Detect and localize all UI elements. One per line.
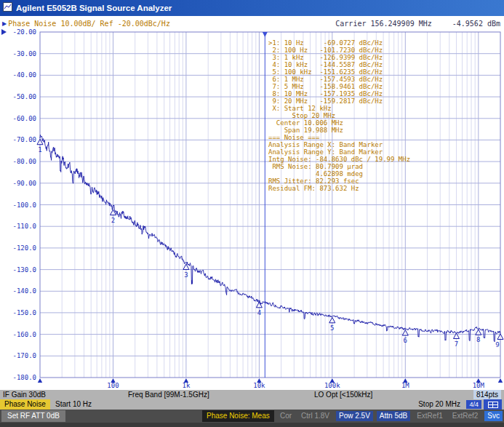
- freq-band-status: Freq Band [99M-1.5GHz]: [128, 391, 209, 399]
- points-count: 814pts: [473, 390, 501, 399]
- if-gain-status: IF Gain 30dB: [3, 391, 46, 399]
- trace-active-icon: ▶: [2, 20, 7, 27]
- indicator-cor: Cor: [277, 411, 295, 421]
- four-pane-grid-icon: [488, 402, 498, 408]
- instrument-screen: Agilent E5052B Signal Source Analyzer ▶ …: [0, 0, 504, 427]
- hardware-indicators: CorCtrl 1.8VPow 2.5VAttn 5dBExtRef1ExtRe…: [277, 410, 503, 422]
- status-row-system: Set RF ATT 0dB Phase Noise: Meas CorCtrl…: [0, 410, 504, 423]
- measurement-status: Phase Noise: Meas: [202, 410, 274, 422]
- display-area: [0, 16, 504, 390]
- indicator-extref1: ExtRef1: [414, 411, 446, 421]
- status-row-measurement: IF Gain 30dB Freq Band [99M-1.5GHz] LO O…: [0, 390, 504, 399]
- carrier-frequency: Carrier 156.249909 MHz: [335, 20, 431, 28]
- window-layout-icon[interactable]: [484, 399, 502, 410]
- indicator-svc: Svc: [484, 411, 503, 421]
- trace-scale-label[interactable]: Phase Noise 10.00dB/ Ref -20.00dBc/Hz: [8, 20, 170, 28]
- softkey-message: Set RF ATT 0dB: [1, 410, 65, 422]
- carrier-power: -4.9562 dBm: [452, 20, 500, 28]
- app-icon: [3, 1, 12, 15]
- lo-opt-status: LO Opt [<150kHz]: [314, 391, 372, 399]
- indicator-extref2: ExtRef2: [449, 411, 481, 421]
- sweep-stop: Stop 20 MHz: [418, 400, 460, 408]
- sweep-start: Start 10 Hz: [55, 400, 92, 408]
- indicator-attn-5db: Attn 5dB: [377, 411, 410, 421]
- active-trace-tab[interactable]: Phase Noise: [0, 399, 50, 410]
- title-bar[interactable]: Agilent E5052B Signal Source Analyzer: [0, 0, 504, 16]
- window-page-indicator[interactable]: 4/4: [466, 400, 481, 409]
- indicator-pow-2-5v: Pow 2.5V: [336, 411, 373, 421]
- window-title: Agilent E5052B Signal Source Analyzer: [16, 4, 172, 12]
- trace-header: ▶ Phase Noise 10.00dB/ Ref -20.00dBc/Hz …: [2, 18, 500, 29]
- marker-readout-table: >1: 10 Hz -69.0727 dBc/Hz 2: 100 Hz -101…: [268, 39, 410, 192]
- status-row-sweep: Phase Noise Start 10 Hz Stop 20 MHz 4/4: [0, 399, 504, 410]
- indicator-ctrl-1-8v: Ctrl 1.8V: [298, 411, 332, 421]
